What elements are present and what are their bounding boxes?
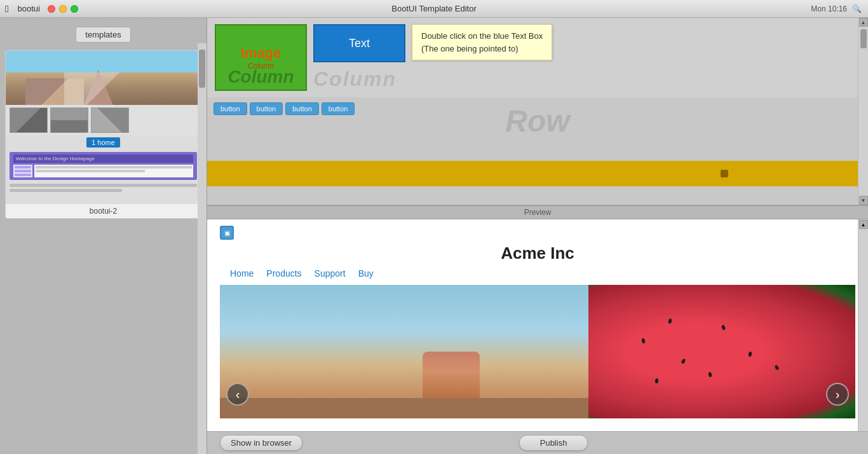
editor-row2: button button button button Row	[207, 97, 868, 161]
thumb-bullets	[6, 182, 201, 195]
clock-label: Mon 10:16	[811, 4, 847, 13]
thumb-img-3	[91, 107, 129, 133]
rock-mesa	[423, 352, 480, 399]
col-bg-text: Column	[313, 67, 405, 91]
editor-section: Image Column Column Text Column Double c…	[207, 18, 868, 205]
nav-products[interactable]: Products	[266, 268, 301, 279]
close-button[interactable]	[48, 5, 55, 13]
thumb-website: Welcome to the Design Homepage	[10, 152, 197, 180]
template-thumbnail: 1 home Welcome to the Design Homepage	[6, 51, 201, 203]
thumb-home-label: 1 home	[86, 137, 120, 148]
right-arrow-icon: ›	[836, 387, 840, 402]
bootui-label: bootui	[17, 4, 39, 13]
seed-4	[721, 324, 726, 330]
row-btn-4[interactable]: button	[322, 102, 355, 115]
yellow-dot	[721, 170, 728, 177]
show-in-browser-button[interactable]: Show in browser	[220, 435, 302, 451]
preview-icon: ▣	[220, 226, 234, 240]
preview-inner: ▣ Acme Inc Home Products Support Buy	[207, 219, 868, 425]
seed-2	[641, 338, 645, 344]
window-title: BootUI Template Editor	[391, 4, 476, 13]
seed-8	[774, 364, 779, 370]
seed-6	[708, 371, 712, 377]
maximize-button[interactable]	[71, 5, 78, 13]
seed-3	[681, 358, 686, 364]
seed-7	[655, 378, 659, 383]
search-icon[interactable]: 🔍	[852, 4, 862, 13]
editor-row1: Image Column Column Text Column Double c…	[207, 18, 868, 97]
image-column-block[interactable]: Image Column Column	[215, 24, 307, 91]
thumb-website-body	[13, 165, 193, 177]
image-label: Image	[241, 45, 281, 62]
watermelon-seeds	[588, 285, 855, 418]
text-label: Text	[349, 37, 370, 50]
bullet-1	[10, 184, 197, 187]
tooltip-box: Double click on the blue Text Box (The o…	[412, 24, 552, 60]
row-btn-2[interactable]: button	[250, 102, 283, 115]
app-window: templates 1 home	[0, 18, 868, 454]
text-column-area: Text Column	[313, 24, 405, 91]
preview-bar: Preview	[207, 205, 868, 219]
tooltip-line2: (The one being pointed to)	[421, 43, 543, 55]
template-name: bootui-2	[6, 203, 201, 218]
nav-support[interactable]: Support	[315, 268, 346, 279]
seed-1	[668, 318, 672, 324]
template-scroll-area[interactable]: 1 home Welcome to the Design Homepage	[0, 48, 207, 454]
preview-icon-symbol: ▣	[224, 230, 230, 237]
thumb-label-wrap: 1 home	[6, 135, 201, 149]
nav-buy[interactable]: Buy	[358, 268, 374, 279]
thumb-content-mini	[34, 165, 193, 177]
minimize-button[interactable]	[59, 5, 67, 13]
sidebar-scroll-thumb	[199, 50, 205, 88]
preview-title: Acme Inc	[220, 244, 855, 263]
editor-scrollbar[interactable]: ▲ ▼	[858, 18, 868, 205]
template-item[interactable]: 1 home Welcome to the Design Homepage	[5, 50, 201, 219]
bullet-2	[10, 189, 122, 192]
ground	[220, 398, 588, 418]
thumb-website-header: Welcome to the Design Homepage	[13, 155, 193, 163]
mountain-image	[6, 51, 201, 105]
preview-label: Preview	[524, 208, 552, 217]
publish-button[interactable]: Publish	[519, 435, 588, 451]
editor-scroll-thumb	[860, 29, 867, 48]
seed-5	[748, 352, 752, 357]
thumb-img-2	[50, 107, 88, 133]
tooltip-line1: Double click on the blue Text Box	[421, 30, 543, 43]
main-area: Image Column Column Text Column Double c…	[207, 18, 868, 454]
prev-arrow[interactable]: ‹	[226, 383, 249, 406]
bottom-bar: Show in browser Publish	[207, 431, 868, 454]
sidebar-header-wrap: templates	[0, 22, 207, 48]
sidebar-scrollbar[interactable]	[198, 43, 207, 454]
preview-img-left: ‹	[220, 285, 588, 418]
templates-header: templates	[76, 27, 130, 43]
row2-buttons: button button button button	[207, 97, 868, 118]
titlebar-right: Mon 10:16 🔍	[811, 4, 862, 13]
apple-icon: 	[5, 3, 8, 14]
traffic-lights	[48, 5, 78, 13]
preview-section: ▣ Acme Inc Home Products Support Buy	[207, 219, 868, 431]
thumb-img-1	[10, 107, 48, 133]
left-arrow-icon: ‹	[236, 387, 240, 402]
titlebar:  bootui BootUI Template Editor Mon 10:1…	[0, 0, 868, 18]
sidebar: templates 1 home	[0, 18, 207, 454]
preview-images: ‹	[220, 285, 855, 418]
editor-scroll-up[interactable]: ▲	[859, 18, 868, 27]
preview-scrollbar[interactable]: ▲	[858, 219, 868, 431]
editor-row3	[207, 161, 868, 186]
preview-scroll-up[interactable]: ▲	[859, 220, 868, 229]
editor-scroll-down[interactable]: ▼	[859, 196, 868, 205]
nav-home[interactable]: Home	[230, 268, 254, 279]
preview-img-right: ›	[588, 285, 855, 418]
next-arrow[interactable]: ›	[826, 383, 849, 406]
row-btn-3[interactable]: button	[285, 102, 319, 115]
text-column-block[interactable]: Text	[313, 24, 405, 62]
thumb-sidebar-mini	[13, 165, 32, 177]
row-btn-1[interactable]: button	[214, 102, 247, 115]
preview-nav: Home Products Support Buy	[230, 268, 855, 279]
col-bg-label: Column	[227, 67, 294, 87]
thumb-small-images	[6, 105, 201, 135]
